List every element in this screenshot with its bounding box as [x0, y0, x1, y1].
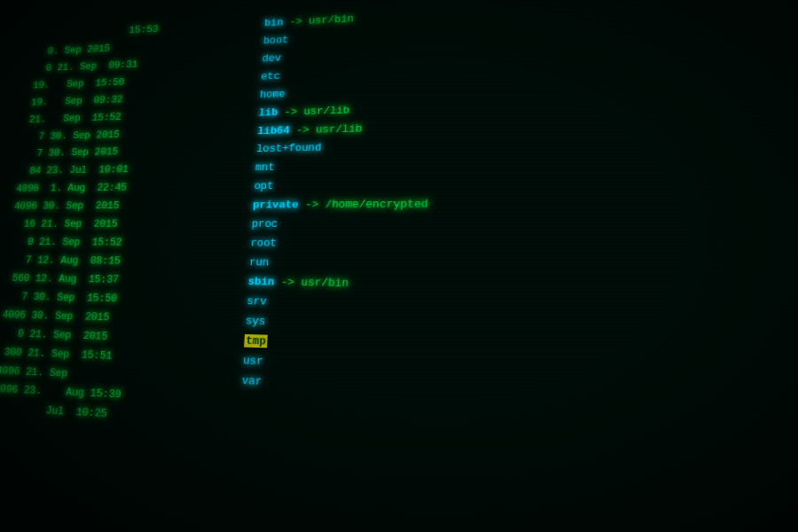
left-column: 15:53 0. Sep 2015 0 21. Sep 09:31 19. Se…	[0, 17, 257, 532]
line-8: 7 30. Sep 2015	[20, 142, 242, 162]
line-10: 4096 1. Aug 22:45	[15, 179, 239, 198]
line-9: 84 23. Jul 10:01	[17, 160, 239, 180]
line-13: 0 21. Sep 15:52	[10, 234, 235, 252]
terminal-window: 15:53 0. Sep 2015 0 21. Sep 09:31 19. Se…	[0, 0, 798, 532]
line-14: 7 12. Aug 08:15	[7, 253, 233, 272]
line-15: 560 12. Aug 15:37	[5, 270, 232, 291]
entry-proc: proc	[251, 215, 798, 235]
right-column: bin -> usr/bin boot dev etc home lib -	[223, 0, 798, 532]
line-11: 4096 30. Sep 2015	[13, 198, 238, 215]
line-12: 16 21. Sep 2015	[12, 216, 237, 233]
entry-private: private -> /home/encrypted	[253, 192, 798, 215]
